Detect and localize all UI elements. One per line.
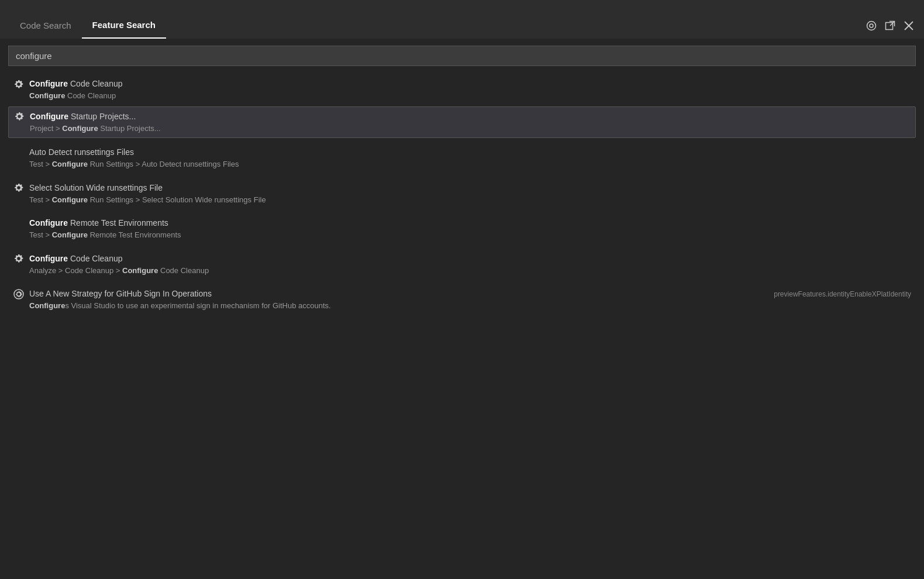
result-subtitle: Test > Configure Run Settings > Select S…	[13, 194, 911, 206]
gear-icon	[13, 253, 25, 264]
list-item[interactable]: Configure Startup Projects... Project > …	[8, 106, 916, 139]
list-item[interactable]: Configure Code Cleanup Analyze > Code Cl…	[8, 249, 916, 280]
close-icon[interactable]	[903, 20, 915, 32]
result-title: Configure Remote Test Environments	[13, 217, 911, 229]
title-bar: Code Search Feature Search	[0, 0, 924, 39]
result-title: Configure Code Cleanup	[13, 253, 911, 265]
svg-point-0	[867, 22, 876, 30]
gear-icon	[13, 111, 25, 122]
list-item[interactable]: Configure Remote Test Environments Test …	[8, 213, 916, 244]
search-bar-container	[0, 39, 924, 73]
gear-special-icon	[13, 288, 25, 300]
result-subtitle: Analyze > Code Cleanup > Configure Code …	[13, 265, 911, 277]
tab-feature-search[interactable]: Feature Search	[82, 12, 166, 39]
result-title: Configure Startup Projects...	[13, 111, 911, 123]
svg-point-1	[870, 24, 873, 27]
gear-icon	[13, 78, 25, 90]
result-title: Select Solution Wide runsettings File	[13, 182, 911, 194]
main-window: Code Search Feature Search	[0, 0, 924, 579]
result-title-text: Configure Startup Projects...	[30, 111, 136, 123]
result-subtitle: Configure Code Cleanup	[13, 90, 911, 102]
result-title-text: Use A New Strategy for GitHub Sign In Op…	[29, 288, 212, 300]
list-item[interactable]: Use A New Strategy for GitHub Sign In Op…	[8, 284, 916, 315]
result-title-text: Configure Code Cleanup	[29, 253, 123, 265]
gear-icon	[13, 182, 25, 194]
search-input[interactable]	[8, 46, 916, 66]
new-window-icon[interactable]	[884, 20, 896, 32]
result-title-text: Configure Remote Test Environments	[29, 217, 168, 229]
result-subtitle: Test > Configure Run Settings > Auto Det…	[13, 158, 911, 170]
result-title: Auto Detect runsettings Files	[13, 146, 911, 158]
tab-code-search[interactable]: Code Search	[9, 12, 82, 39]
title-bar-icons	[866, 20, 915, 32]
list-item[interactable]: Auto Detect runsettings Files Test > Con…	[8, 143, 916, 174]
result-item-meta-row: Use A New Strategy for GitHub Sign In Op…	[13, 288, 911, 312]
results-list: Configure Code Cleanup Configure Code Cl…	[0, 73, 924, 579]
result-title: Configure Code Cleanup	[13, 78, 911, 90]
result-title-text: Configure Code Cleanup	[29, 78, 123, 90]
no-icon	[13, 147, 25, 158]
no-icon	[13, 218, 25, 229]
list-item[interactable]: Select Solution Wide runsettings File Te…	[8, 178, 916, 209]
result-content: Use A New Strategy for GitHub Sign In Op…	[13, 288, 774, 312]
result-subtitle: Test > Configure Remote Test Environment…	[13, 229, 911, 241]
result-meta-text: previewFeatures.identityEnableXPlatIdent…	[774, 288, 911, 298]
result-title-text: Auto Detect runsettings Files	[29, 146, 134, 158]
watch-icon[interactable]	[866, 20, 877, 32]
result-subtitle: Project > Configure Startup Projects...	[13, 123, 911, 135]
result-title: Use A New Strategy for GitHub Sign In Op…	[13, 288, 774, 300]
result-title-text: Select Solution Wide runsettings File	[29, 182, 163, 194]
list-item[interactable]: Configure Code Cleanup Configure Code Cl…	[8, 74, 916, 105]
result-subtitle: Configures Visual Studio to use an exper…	[13, 300, 774, 312]
